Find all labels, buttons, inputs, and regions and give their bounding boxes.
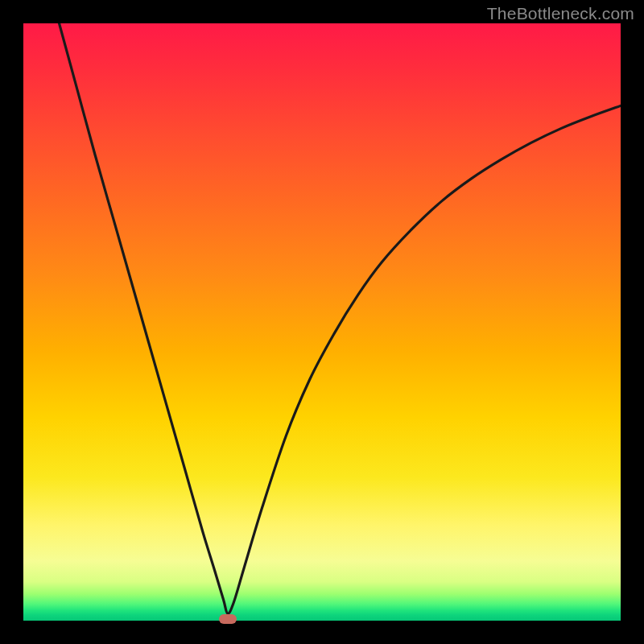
plot-gradient-area: [23, 23, 621, 621]
chart-frame: TheBottleneck.com: [0, 0, 644, 644]
minimum-marker: [219, 614, 237, 625]
watermark-text: TheBottleneck.com: [487, 4, 634, 23]
